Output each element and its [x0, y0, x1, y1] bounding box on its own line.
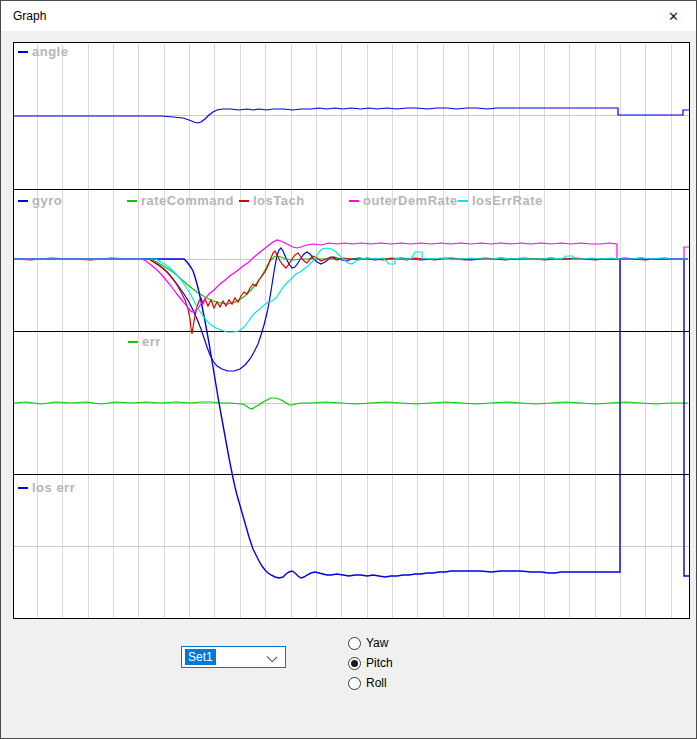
- legend-gyro: gyro: [18, 194, 62, 207]
- radio-label: Yaw: [366, 636, 388, 650]
- legend-label: los err: [32, 480, 75, 495]
- legend-losErrRate: losErrRate: [458, 194, 543, 207]
- radio-selected-icon[interactable]: [348, 657, 361, 670]
- title-bar: Graph ✕: [1, 1, 696, 31]
- legend-dash-icon: [128, 341, 138, 343]
- dataset-combobox[interactable]: Set1: [181, 646, 286, 668]
- legend-label: losErrRate: [472, 193, 543, 208]
- legend-label: angle: [32, 44, 68, 59]
- radio-roll[interactable]: Roll: [348, 675, 387, 691]
- legend-label: err: [142, 334, 161, 349]
- legend-label: outerDemRate: [363, 193, 458, 208]
- legend-los-err: los err: [18, 481, 75, 494]
- window-title: Graph: [13, 9, 46, 23]
- combobox-selected-value: Set1: [185, 649, 216, 665]
- close-icon: ✕: [668, 10, 679, 23]
- chevron-down-icon: [267, 652, 278, 663]
- legend-dash-icon: [18, 51, 28, 53]
- legend-dash-icon: [239, 200, 249, 202]
- legend-dash-icon: [18, 487, 28, 489]
- radio-unselected-icon[interactable]: [348, 637, 361, 650]
- radio-label: Pitch: [366, 656, 393, 670]
- legend-angle: angle: [18, 45, 68, 58]
- radio-yaw[interactable]: Yaw: [348, 635, 388, 651]
- legend-dash-icon: [127, 200, 137, 202]
- close-button[interactable]: ✕: [651, 1, 696, 31]
- radio-label: Roll: [366, 676, 387, 690]
- legend-outerDemRate: outerDemRate: [349, 194, 458, 207]
- legend-label: gyro: [32, 193, 62, 208]
- legend-dash-icon: [18, 200, 28, 202]
- radio-unselected-icon[interactable]: [348, 677, 361, 690]
- legend-dash-icon: [458, 200, 468, 202]
- chart-plot: [1, 1, 697, 739]
- graph-window: Graph ✕ anglegyrorateCommandlosTachouter…: [0, 0, 697, 739]
- legend-label: rateCommand: [141, 193, 234, 208]
- legend-losTach: losTach: [239, 194, 305, 207]
- legend-rateCommand: rateCommand: [127, 194, 234, 207]
- legend-err: err: [128, 335, 161, 348]
- legend-dash-icon: [349, 200, 359, 202]
- legend-label: losTach: [253, 193, 305, 208]
- radio-pitch[interactable]: Pitch: [348, 655, 393, 671]
